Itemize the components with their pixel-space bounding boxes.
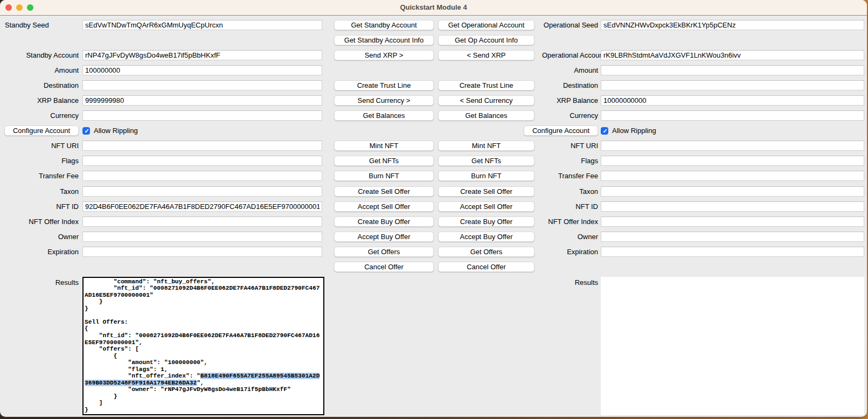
- get-nfts-operational-button[interactable]: Get NFTs: [438, 156, 534, 166]
- row-taxon: Taxon Create Sell Offer Create Sell Offe…: [4, 184, 867, 199]
- titlebar[interactable]: Quickstart Module 4: [0, 0, 867, 16]
- operational-amount-input[interactable]: [601, 65, 864, 75]
- operational-nft-uri-input[interactable]: [601, 141, 864, 151]
- operational-expiration-input[interactable]: [601, 247, 864, 257]
- row-currency: Currency Get Balances Get Balances Curre…: [4, 108, 867, 123]
- row-cancel-offer: Cancel Offer Cancel Offer: [4, 260, 867, 275]
- operational-flags-label: Flags: [542, 157, 598, 165]
- standby-owner-input[interactable]: [82, 232, 322, 242]
- burn-nft-standby-button[interactable]: Burn NFT: [334, 171, 434, 181]
- standby-currency-input[interactable]: [82, 110, 322, 121]
- row-nft-id: NFT ID Accept Sell Offer Accept Sell Off…: [4, 199, 867, 214]
- create-sell-offer-operational-button[interactable]: Create Sell Offer: [438, 186, 534, 197]
- burn-nft-operational-button[interactable]: Burn NFT: [438, 171, 534, 181]
- create-trust-line-operational-button[interactable]: Create Trust Line: [438, 80, 534, 90]
- cancel-offer-operational-button[interactable]: Cancel Offer: [438, 262, 534, 272]
- get-operational-account-button[interactable]: Get Operational Account: [438, 20, 534, 30]
- standby-destination-label: Destination: [4, 81, 79, 89]
- operational-results-textarea[interactable]: [601, 277, 864, 415]
- row-xrp-balance: XRP Balance Send Currency > < Send Curre…: [4, 93, 867, 108]
- standby-results-textarea[interactable]: "command": "nft_buy_offers", "nft_id": "…: [82, 277, 324, 415]
- standby-owner-label: Owner: [4, 233, 79, 241]
- get-standby-account-info-button[interactable]: Get Standby Account Info: [334, 35, 434, 45]
- cancel-offer-standby-button[interactable]: Cancel Offer: [334, 262, 434, 272]
- row-account: Standby Account Send XRP > < Send XRP Op…: [4, 47, 867, 62]
- operational-nft-id-label: NFT ID: [542, 202, 598, 211]
- operational-currency-label: Currency: [542, 111, 598, 120]
- allow-rippling-operational-checkbox[interactable]: [601, 127, 608, 135]
- mint-nft-standby-button[interactable]: Mint NFT: [334, 141, 434, 151]
- send-currency-left-button[interactable]: < Send Currency: [438, 95, 534, 106]
- configure-account-operational-button[interactable]: Configure Account: [524, 125, 598, 136]
- accept-sell-offer-standby-button[interactable]: Accept Sell Offer: [334, 201, 434, 212]
- send-xrp-right-button[interactable]: Send XRP >: [334, 50, 434, 60]
- standby-account-label: Standby Account: [4, 51, 79, 59]
- create-sell-offer-standby-button[interactable]: Create Sell Offer: [334, 186, 434, 197]
- row-expiration: Expiration Get Offers Get Offers Expirat…: [4, 244, 867, 259]
- operational-owner-input[interactable]: [601, 232, 864, 242]
- send-xrp-left-button[interactable]: < Send XRP: [438, 50, 534, 60]
- create-buy-offer-operational-button[interactable]: Create Buy Offer: [438, 217, 534, 227]
- standby-expiration-input[interactable]: [82, 247, 322, 257]
- get-standby-account-button[interactable]: Get Standby Account: [334, 20, 434, 30]
- standby-flags-input[interactable]: [82, 156, 322, 166]
- accept-buy-offer-standby-button[interactable]: Accept Buy Offer: [334, 232, 434, 242]
- get-offers-standby-button[interactable]: Get Offers: [334, 247, 434, 257]
- app-window: Quickstart Module 4 Standby Seed Get Sta…: [0, 0, 867, 417]
- standby-xrp-balance-input[interactable]: [82, 95, 322, 106]
- row-flags: Flags Get NFTs Get NFTs Flags: [4, 153, 867, 169]
- standby-xrp-balance-label: XRP Balance: [4, 96, 79, 104]
- standby-flags-label: Flags: [4, 157, 79, 165]
- get-offers-operational-button[interactable]: Get Offers: [438, 247, 534, 257]
- standby-amount-label: Amount: [4, 66, 79, 74]
- standby-destination-input[interactable]: [82, 80, 322, 90]
- get-balances-operational-button[interactable]: Get Balances: [438, 110, 534, 121]
- accept-buy-offer-operational-button[interactable]: Accept Buy Offer: [438, 232, 534, 242]
- standby-nft-uri-input[interactable]: [82, 141, 322, 151]
- standby-seed-input[interactable]: [82, 20, 322, 30]
- standby-amount-input[interactable]: [82, 65, 322, 75]
- standby-account-input[interactable]: [82, 50, 322, 60]
- get-nfts-standby-button[interactable]: Get NFTs: [334, 156, 434, 166]
- operational-seed-input[interactable]: [601, 20, 864, 30]
- get-op-account-info-button[interactable]: Get Op Account Info: [438, 35, 534, 45]
- standby-results-label: Results: [4, 277, 79, 287]
- get-balances-standby-button[interactable]: Get Balances: [334, 110, 434, 121]
- operational-transfer-fee-input[interactable]: [601, 171, 864, 181]
- create-buy-offer-standby-button[interactable]: Create Buy Offer: [334, 217, 434, 227]
- operational-account-input[interactable]: [601, 50, 864, 60]
- send-currency-right-button[interactable]: Send Currency >: [334, 95, 434, 106]
- operational-nft-id-input[interactable]: [601, 201, 864, 212]
- mint-nft-operational-button[interactable]: Mint NFT: [438, 141, 534, 151]
- operational-destination-input[interactable]: [601, 80, 864, 90]
- allow-rippling-operational-label: Allow Rippling: [612, 127, 656, 135]
- row-nft-uri: NFT URI Mint NFT Mint NFT NFT URI: [4, 138, 867, 153]
- row-seed: Standby Seed Get Standby Account Get Ope…: [4, 17, 867, 32]
- standby-currency-label: Currency: [4, 111, 79, 120]
- standby-taxon-input[interactable]: [82, 186, 322, 197]
- create-trust-line-standby-button[interactable]: Create Trust Line: [334, 80, 434, 90]
- standby-nft-offer-index-input[interactable]: [82, 217, 322, 227]
- operational-taxon-input[interactable]: [601, 186, 864, 197]
- row-destination: Destination Create Trust Line Create Tru…: [4, 78, 867, 93]
- standby-transfer-fee-label: Transfer Fee: [4, 172, 79, 180]
- standby-nft-offer-index-label: NFT Offer Index: [4, 218, 79, 226]
- operational-expiration-label: Expiration: [542, 248, 598, 256]
- allow-rippling-standby-label: Allow Rippling: [94, 127, 138, 135]
- standby-nft-id-label: NFT ID: [4, 202, 79, 211]
- results-text-before: "command": "nft_buy_offers", "nft_id": "…: [85, 278, 320, 380]
- operational-results-label: Results: [542, 277, 598, 287]
- allow-rippling-standby-checkbox[interactable]: [82, 127, 90, 135]
- operational-currency-input[interactable]: [601, 110, 864, 121]
- operational-destination-label: Destination: [542, 81, 598, 89]
- standby-taxon-label: Taxon: [4, 187, 79, 195]
- operational-account-label: Operational Account: [542, 51, 598, 59]
- operational-flags-input[interactable]: [601, 156, 864, 166]
- operational-xrp-balance-input[interactable]: [601, 95, 864, 106]
- standby-transfer-fee-input[interactable]: [82, 171, 322, 181]
- row-configure: Configure Account Allow Rippling Configu…: [4, 123, 867, 138]
- configure-account-standby-button[interactable]: Configure Account: [4, 125, 79, 136]
- operational-nft-offer-index-input[interactable]: [601, 217, 864, 227]
- standby-nft-id-input[interactable]: [82, 201, 322, 212]
- accept-sell-offer-operational-button[interactable]: Accept Sell Offer: [438, 201, 534, 212]
